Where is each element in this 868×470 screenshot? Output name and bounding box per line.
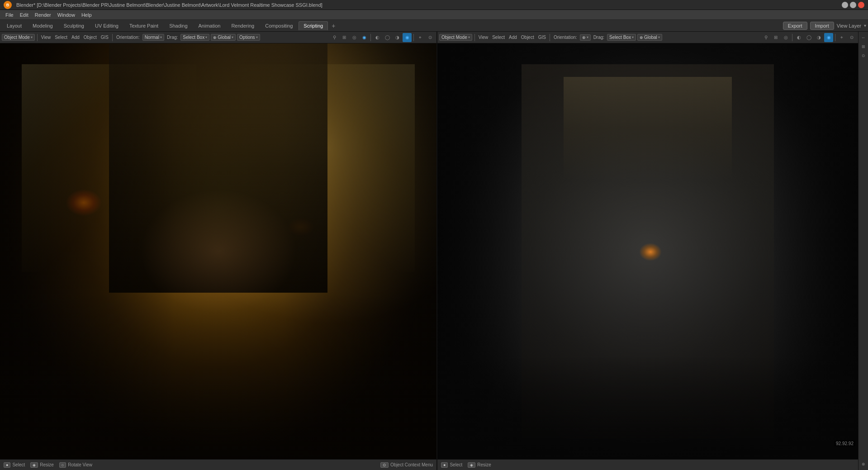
left-status-bar: ● Select ◈ Resize ○ Rotate View ⊙ Object… [0,459,436,470]
import-button[interactable]: Import [810,22,834,30]
workspace-right-controls: Export Import View Layer ▾ [783,22,866,30]
view-layer-label: View Layer [837,23,861,28]
right-orientation-arrow: ▾ [587,35,588,39]
right-icon-3[interactable]: ◎ [781,33,790,42]
app-logo: B [4,1,12,9]
tab-rendering[interactable]: Rendering [226,21,259,30]
left-drag-dropdown[interactable]: Select Box ▾ [180,34,209,41]
tab-sculpting[interactable]: Sculpting [59,21,89,30]
left-options-dropdown[interactable]: Options ▾ [237,34,260,41]
right-bottom-shadow [437,355,858,459]
separator-3 [370,34,371,41]
left-orientation-value: Normal [145,35,159,40]
left-icon-3[interactable]: ◎ [350,33,359,42]
tab-uv-editing[interactable]: UV Editing [90,21,123,30]
add-workspace-button[interactable]: + [329,21,338,30]
right-object-menu[interactable]: Object [520,35,536,40]
left-shading-rendered[interactable]: ◉ [403,33,412,42]
right-drag-dropdown[interactable]: Select Box ▾ [607,34,636,41]
right-separator-2 [550,34,550,41]
right-add-menu[interactable]: Add [508,35,518,40]
menu-window[interactable]: Window [55,11,78,19]
export-button[interactable]: Export [783,22,807,30]
right-header-icons: ⚲ ⊞ ◎ ◐ ◯ ◑ ◉ ⌖ ⊙ [761,33,856,42]
view-layer-dropdown-arrow[interactable]: ▾ [864,23,866,28]
right-icon-1[interactable]: ⚲ [761,33,770,42]
left-orientation-label: Orientation: [115,35,141,40]
left-icon-1[interactable]: ⚲ [330,33,339,42]
panel-btn-1[interactable]: ↔ [859,33,868,42]
left-shading-wire[interactable]: ◯ [383,33,392,42]
title-text: Blender* [D:\Blender Projects\Blender PR… [16,2,323,8]
left-options-arrow: ▾ [256,35,258,39]
menu-help[interactable]: Help [79,11,95,19]
left-icon-2[interactable]: ⊞ [340,33,349,42]
panel-btn-2[interactable]: ⊞ [859,43,868,51]
right-viewport-canvas[interactable]: 92.92.92 [437,43,858,459]
left-overlay-btn[interactable]: ⊙ [426,33,435,42]
right-select-menu[interactable]: Select [491,35,506,40]
left-gizmo-btn[interactable]: ⌖ [416,33,425,42]
menu-edit[interactable]: Edit [17,11,31,19]
viewport-right[interactable]: Object Mode ▾ View Select Add Object GIS… [437,32,858,470]
context-menu-status: ⊙ Object Context Menu [380,462,433,468]
left-viewport-canvas[interactable] [0,43,436,459]
left-orientation-dropdown[interactable]: Normal ▾ [142,34,164,41]
right-gis-menu[interactable]: GIS [537,35,547,40]
close-button[interactable] [858,2,864,8]
right-resize-status: ◈ Resize [468,462,491,468]
right-orientation-dropdown[interactable]: ⊕ ▾ [580,34,591,41]
left-transform-dropdown[interactable]: ⊕ Global ▾ [211,34,236,41]
right-resize-key: ◈ [468,462,475,468]
minimize-button[interactable] [842,2,848,8]
right-side-panel: ↔ ⊞ ⊙ ⊗ [858,32,868,470]
right-mode-selector[interactable]: Object Mode ▾ [439,34,472,41]
left-add-menu[interactable]: Add [70,35,81,40]
left-gis-menu[interactable]: GIS [100,35,110,40]
left-mode-arrow: ▾ [31,35,33,39]
tab-animation[interactable]: Animation [194,21,226,30]
tab-shading[interactable]: Shading [164,21,192,30]
right-view-menu[interactable]: View [477,35,490,40]
left-shading-lk[interactable]: ◑ [393,33,402,42]
face-warm [140,189,297,314]
right-shading-rendered[interactable]: ◉ [824,33,833,42]
viewport-left[interactable]: Object Mode ▾ View Select Add Object GIS… [0,32,437,470]
menu-render[interactable]: Render [32,11,54,19]
panel-btn-bottom[interactable]: ⊗ [859,460,868,468]
right-shading-wire[interactable]: ◯ [804,33,813,42]
right-status-bar: ● Select ◈ Resize [437,459,858,470]
head-area-glow [564,77,732,181]
menu-file[interactable]: File [3,11,16,19]
resize-label: Resize [40,462,54,467]
context-key-icon: ⊙ [380,462,389,468]
right-drag-arrow: ▾ [632,35,634,39]
left-mode-selector[interactable]: Object Mode ▾ [2,34,35,41]
right-gizmo-btn[interactable]: ⌖ [837,33,846,42]
select-key-icon: ● [4,462,10,468]
left-icon-render[interactable]: ◉ [360,33,369,42]
right-separator-1 [474,34,475,41]
left-header-icons: ⚲ ⊞ ◎ ◉ ◐ ◯ ◑ ◉ ⌖ ⊙ [330,33,435,42]
right-orientation-icon: ⊕ [582,35,586,40]
tab-compositing[interactable]: Compositing [260,21,298,30]
tab-modeling[interactable]: Modeling [28,21,58,30]
right-transform-dropdown[interactable]: ⊕ Global ▾ [637,34,662,41]
panel-btn-3[interactable]: ⊙ [859,52,868,60]
right-shading-lk[interactable]: ◑ [814,33,823,42]
maximize-button[interactable] [850,2,856,8]
tab-texture-paint[interactable]: Texture Paint [124,21,163,30]
window-controls[interactable] [842,2,864,8]
tab-scripting[interactable]: Scripting [299,21,328,30]
main-area: Object Mode ▾ View Select Add Object GIS… [0,32,868,470]
right-icon-2[interactable]: ⊞ [771,33,780,42]
rotate-key-icon: ○ [59,462,66,468]
tab-layout[interactable]: Layout [2,21,27,30]
left-select-menu[interactable]: Select [53,35,69,40]
left-view-menu[interactable]: View [40,35,52,40]
right-shading-solid[interactable]: ◐ [794,33,803,42]
right-overlay-btn[interactable]: ⊙ [847,33,856,42]
left-object-menu[interactable]: Object [82,35,98,40]
left-shading-solid[interactable]: ◐ [373,33,382,42]
right-select-key: ● [441,462,448,468]
